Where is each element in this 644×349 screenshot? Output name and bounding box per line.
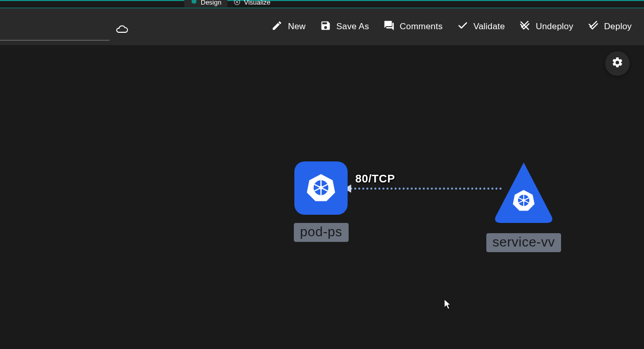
tab-strip: Design Visualize	[0, 1, 644, 8]
tab-design-label: Design	[201, 0, 221, 6]
design-canvas[interactable]: 80/TCP pod-ps	[0, 45, 644, 349]
kubernetes-icon	[512, 188, 535, 214]
connection-edge[interactable]	[350, 188, 502, 190]
edge-label[interactable]: 80/TCP	[355, 172, 395, 186]
new-label: New	[288, 22, 306, 32]
service-node[interactable]: service-vv	[486, 160, 561, 252]
pod-node-label: pod-ps	[294, 223, 349, 242]
tab-visualize-label: Visualize	[244, 0, 270, 6]
pod-node[interactable]: pod-ps	[294, 161, 349, 242]
service-node-icon-box	[491, 160, 556, 225]
comments-button[interactable]: Comments	[383, 20, 443, 34]
tab-visualize[interactable]: Visualize	[227, 0, 276, 7]
new-button[interactable]: New	[271, 20, 306, 34]
undeploy-icon	[519, 20, 530, 34]
cloud-sync-icon	[116, 23, 128, 37]
deploy-button[interactable]: Deploy	[588, 20, 632, 34]
save-as-button[interactable]: Save As	[320, 20, 369, 34]
check-icon	[457, 20, 468, 34]
canvas-settings-button[interactable]	[605, 51, 630, 76]
save-icon	[320, 20, 331, 34]
svg-point-1	[237, 1, 239, 3]
undeploy-button[interactable]: Undeploy	[519, 20, 573, 34]
comment-icon	[383, 20, 395, 34]
kubernetes-icon	[306, 172, 336, 204]
validate-button[interactable]: Validate	[457, 20, 505, 34]
design-icon	[190, 0, 198, 6]
service-node-label: service-vv	[486, 233, 561, 252]
pencil-icon	[271, 20, 283, 34]
pod-node-icon-box	[294, 161, 348, 215]
tab-design[interactable]: Design	[184, 0, 227, 7]
save-as-label: Save As	[336, 22, 369, 32]
undeploy-label: Undeploy	[535, 22, 573, 32]
deploy-label: Deploy	[604, 22, 632, 32]
toolbar: New Save As Comments Validate Undeploy	[0, 8, 644, 45]
comments-label: Comments	[400, 22, 443, 32]
design-title-input[interactable]	[0, 22, 110, 40]
mouse-cursor	[444, 299, 452, 310]
visualize-icon	[233, 0, 241, 6]
validate-label: Validate	[474, 22, 505, 32]
deploy-icon	[588, 20, 599, 34]
gear-icon	[611, 56, 624, 71]
